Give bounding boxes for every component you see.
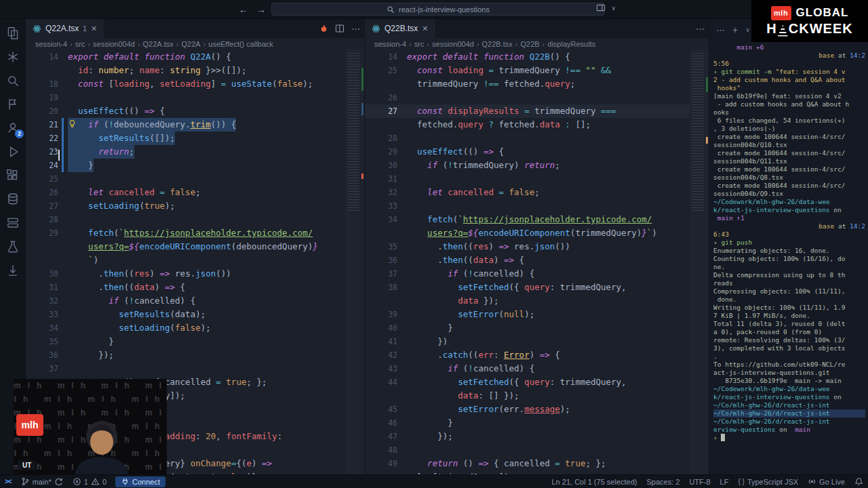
breadcrumb-item[interactable]: useEffect() callback (208, 40, 273, 48)
breadcrumb-item[interactable]: session004d (432, 40, 474, 48)
code-line[interactable]: 36 }); (26, 348, 345, 362)
lightbulb-icon[interactable] (68, 119, 77, 128)
eol-sequence[interactable]: LF (715, 475, 734, 488)
panel-more-icon[interactable]: ⋯ (716, 25, 725, 35)
minimap[interactable] (345, 50, 364, 474)
code-line[interactable]: 23 return; (26, 145, 345, 159)
flag-icon[interactable] (5, 97, 20, 112)
code-line[interactable]: 38 setFetched({ query: trimmedQuery, (365, 281, 690, 294)
new-terminal-icon[interactable]: + (732, 24, 738, 35)
code-line[interactable]: 14export default function Q22B() { (365, 50, 690, 64)
star-icon[interactable] (5, 49, 20, 64)
code-line[interactable]: 14export default function Q22A() { (26, 50, 345, 64)
code-line[interactable]: 35 .then((res) => res.json()) (365, 240, 690, 253)
language-mode[interactable]: { }TypeScript JSX (733, 475, 803, 488)
code-line[interactable]: 22 setResults([]); (26, 131, 345, 145)
remote-indicator[interactable]: >< (0, 475, 16, 488)
split-editor-icon[interactable] (335, 24, 344, 33)
breadcrumb-item[interactable]: session-4 (374, 40, 406, 48)
code-line[interactable]: 45 setError(err.message); (365, 403, 690, 416)
code-line[interactable]: id: number; name: string }>>([]); (26, 64, 345, 77)
code-line[interactable]: users?q=${encodeURIComponent(debouncedQu… (26, 240, 345, 253)
breadcrumb-item[interactable]: session-4 (35, 40, 67, 48)
storage-icon[interactable] (5, 216, 20, 230)
extensions-icon[interactable] (5, 168, 20, 183)
code-editor[interactable]: 14export default function Q22B() {25 con… (365, 50, 690, 474)
breadcrumb-item[interactable]: src (414, 40, 425, 48)
notifications-bell[interactable] (850, 475, 868, 488)
go-live-button[interactable]: Go Live (803, 475, 850, 488)
flame-icon[interactable] (319, 24, 328, 33)
code-line[interactable]: data }); (365, 294, 690, 308)
code-line[interactable]: 27 const displayResults = trimmedQuery =… (365, 104, 690, 118)
code-line[interactable]: 35 } (26, 335, 345, 348)
accounts-icon[interactable]: 2 (5, 121, 20, 136)
code-line[interactable]: 46 } (365, 416, 690, 430)
close-icon[interactable]: ✕ (91, 24, 97, 33)
code-line[interactable]: 47 }); (365, 430, 690, 443)
tab-q22a[interactable]: Q22A.tsx 1 ✕ (26, 19, 104, 38)
breadcrumb-item[interactable]: Q22B.tsx (482, 40, 513, 48)
breadcrumb-item[interactable]: Q22A (181, 40, 200, 48)
code-line[interactable]: 29 useEffect(() => { (365, 145, 690, 159)
layout-icon[interactable] (596, 3, 606, 12)
code-line[interactable]: 34 fetch(`https://jsonplaceholder.typico… (365, 213, 690, 226)
code-line[interactable]: 37 (26, 362, 345, 375)
encoding[interactable]: UTF-8 (684, 475, 715, 488)
tab-q22b[interactable]: Q22B.tsx ✕ (365, 19, 436, 38)
code-line[interactable]: 34 setLoading(false); (26, 321, 345, 335)
breadcrumb-item[interactable]: displayResults (547, 40, 595, 48)
code-line[interactable]: 33 (365, 199, 690, 213)
code-line[interactable]: 28 (365, 131, 690, 145)
code-line[interactable]: 26 (365, 91, 690, 104)
code-line[interactable]: 48 (365, 443, 690, 457)
code-line[interactable]: 19 (26, 91, 345, 104)
code-line[interactable]: 39 setError(null); (365, 308, 690, 321)
code-line[interactable]: 31 .then((data) => { (26, 281, 345, 294)
code-line[interactable]: 25 (26, 172, 345, 186)
code-line[interactable]: 41 }) (365, 335, 690, 348)
terminal-output[interactable]: main +6base at 14:25:56› git commit -m "… (713, 43, 865, 474)
code-line[interactable]: 49 return () => { cancelled = true; }; (365, 457, 690, 470)
code-line[interactable]: 30 if (!trimmedQuery) return; (365, 159, 690, 172)
cursor-position[interactable]: Ln 21, Col 1 (75 selected) (547, 475, 642, 488)
breadcrumb[interactable]: session-4›src›session004d›Q22B.tsx›Q22B›… (365, 38, 709, 50)
testing-flask-icon[interactable] (5, 239, 20, 254)
code-line[interactable]: 18 const [loading, setLoading] = useStat… (26, 77, 345, 91)
code-line[interactable]: 43 if (!cancelled) { (365, 362, 690, 375)
branch-indicator[interactable]: main* (16, 475, 68, 488)
run-debug-icon[interactable] (5, 144, 20, 159)
search-sidebar-icon[interactable] (5, 73, 20, 88)
code-line[interactable]: 28 (26, 213, 345, 226)
more-actions-icon[interactable]: ⋯ (351, 24, 360, 34)
code-line[interactable]: 33 setResults(data); (26, 308, 345, 321)
problems-indicator[interactable]: 1 0 (68, 475, 111, 488)
code-line[interactable]: 26 let cancelled = false; (26, 186, 345, 199)
sync-icon[interactable] (54, 477, 63, 486)
connect-button[interactable]: Connect (115, 476, 165, 487)
code-line[interactable]: 27 setLoading(true); (26, 199, 345, 213)
code-line[interactable]: 30 .then((res) => res.json()) (26, 267, 345, 281)
breadcrumb[interactable]: session-4›src›session004d›Q22A.tsx›Q22A›… (26, 38, 364, 50)
breadcrumb-item[interactable]: src (75, 40, 85, 48)
code-line[interactable]: 32 if (!cancelled) { (26, 294, 345, 308)
download-icon[interactable] (5, 263, 20, 278)
chevron-down-icon[interactable]: ∨ (745, 26, 750, 33)
code-line[interactable]: 24 } (26, 159, 345, 172)
code-line[interactable]: 37 if (!cancelled) { (365, 267, 690, 281)
code-line[interactable]: 42 .catch((err: Error) => { (365, 348, 690, 362)
code-line[interactable]: `) (26, 253, 345, 267)
breadcrumb-item[interactable]: Q22A.tsx (143, 40, 174, 48)
code-line[interactable]: 32 let cancelled = false; (365, 186, 690, 199)
forward-icon[interactable]: → (256, 3, 266, 16)
breadcrumb-item[interactable]: session004d (93, 40, 135, 48)
code-line[interactable]: 20 useEffect(() => { (26, 104, 345, 118)
code-line[interactable]: data: [] }); (365, 389, 690, 403)
command-center-search[interactable]: react-js-interview-questions (271, 3, 605, 16)
code-line[interactable]: 31 (365, 172, 690, 186)
database-icon[interactable] (5, 192, 20, 207)
code-line[interactable]: 36 .then((data) => { (365, 253, 690, 267)
code-line[interactable]: 29 fetch(`https://jsonplaceholder.typico… (26, 226, 345, 240)
indentation[interactable]: Spaces: 2 (642, 475, 684, 488)
more-actions-icon[interactable]: ⋯ (696, 24, 705, 34)
